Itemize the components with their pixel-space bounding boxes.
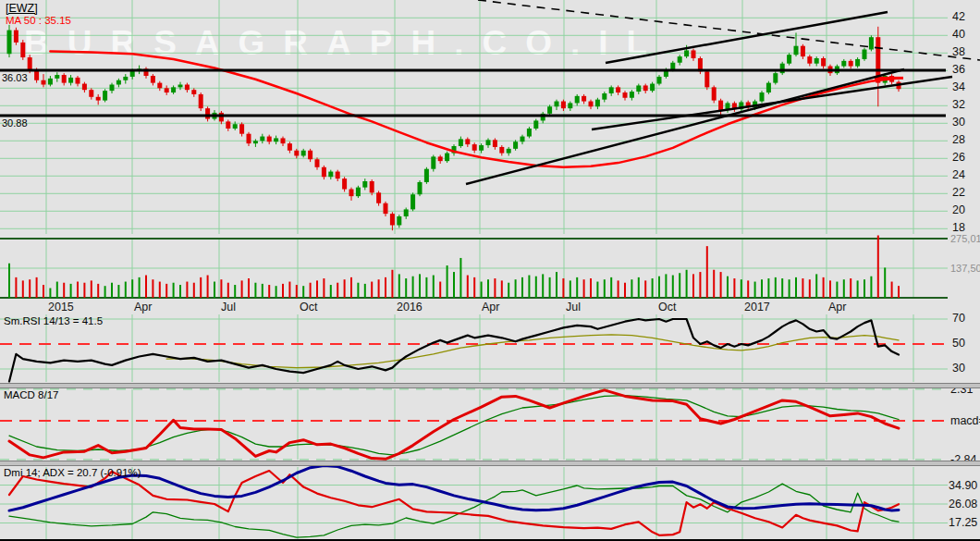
volume-bar (542, 274, 544, 298)
volume-bar (857, 280, 859, 298)
trendline-support-long (466, 69, 904, 184)
volume-bar (508, 283, 509, 298)
volume-bar (15, 277, 17, 298)
candle-body (328, 172, 333, 178)
candle-body (349, 190, 354, 197)
volume-bar (378, 279, 380, 298)
candle-body (568, 103, 572, 108)
candle-body (486, 140, 491, 145)
volume-bar (870, 277, 872, 298)
volume-bar (49, 289, 51, 298)
volume-bar (104, 286, 106, 298)
volume-bar (214, 282, 215, 298)
candle-body (267, 137, 272, 142)
candle-body (561, 102, 566, 109)
candle-body (418, 182, 423, 194)
volume-bar (330, 285, 332, 298)
volume-bar (459, 258, 461, 298)
volume-bar (22, 280, 24, 298)
candle-body (513, 141, 518, 149)
volume-bar (481, 282, 483, 298)
volume-bar (419, 274, 421, 298)
candle-body (116, 80, 121, 85)
candle-body (89, 90, 93, 97)
pane-separator[interactable] (0, 461, 980, 466)
candle-body (308, 151, 312, 160)
volume-bar (323, 278, 325, 298)
volume-bar (398, 274, 400, 298)
candle-body (362, 181, 367, 188)
volume-bar (200, 277, 202, 298)
volume-bar (618, 280, 619, 298)
volume-bar (590, 278, 592, 298)
rsi-pane-label: Sm.RSI 14/13 = 41.5 (4, 315, 103, 326)
volume-bar (515, 279, 517, 298)
symbol-label[interactable]: [EWZ] (6, 2, 38, 15)
volume-bar (487, 279, 489, 298)
candle-body (472, 144, 477, 151)
candle-body (55, 75, 59, 79)
volume-bar (829, 280, 831, 298)
candle-body (760, 92, 765, 102)
candle-body (521, 137, 525, 142)
volume-bar (850, 278, 851, 298)
volume-bar (583, 279, 585, 298)
volume-bar (644, 280, 646, 298)
volume-bar (405, 278, 407, 298)
volume-bar (809, 279, 811, 298)
volume-bar (316, 280, 318, 298)
volume-bar (699, 272, 701, 298)
volume-bar (501, 280, 503, 298)
candle-body (42, 80, 46, 85)
candle-body (376, 192, 381, 203)
candle-body (151, 76, 155, 83)
volume-bar (658, 277, 660, 298)
candle-body (869, 37, 874, 49)
candle-body (239, 124, 244, 133)
candle-body (191, 90, 196, 94)
macd-signal-line (9, 396, 899, 455)
candle-body (863, 50, 867, 59)
candle-body (815, 58, 819, 64)
candle-body (226, 121, 230, 129)
candle-body (527, 129, 532, 137)
volume-bar (652, 278, 654, 298)
volume-bar (254, 283, 256, 298)
volume-bar (77, 282, 79, 298)
volume-bar (425, 277, 427, 298)
candle-body (274, 138, 278, 141)
volume-bar (433, 276, 435, 298)
volume-bar (528, 276, 530, 298)
volume-bar (761, 279, 763, 298)
candle-body (288, 143, 292, 151)
candle-body (14, 31, 18, 43)
pane-separator[interactable] (0, 383, 980, 388)
candle-body (589, 102, 594, 107)
candle-body (322, 167, 326, 177)
candle-body (692, 50, 696, 58)
volume-bar (884, 267, 886, 298)
volume-bar (624, 283, 626, 298)
volume-bar (385, 277, 386, 298)
candle-body (20, 43, 25, 57)
candle-body (849, 61, 853, 67)
candle-body (773, 73, 778, 82)
candle-body (7, 31, 12, 55)
candle-body (342, 178, 347, 189)
candle-body (616, 87, 620, 92)
candle-body (185, 85, 190, 91)
candle-body (219, 113, 224, 121)
volume-bar (117, 285, 119, 298)
volume-bar (679, 273, 680, 298)
volume-bar (733, 278, 735, 298)
volume-bar (686, 270, 688, 298)
dmi-plus-line (9, 471, 899, 535)
rsi-line (9, 319, 899, 382)
candle-body (445, 154, 449, 162)
candle-body (841, 61, 846, 67)
volume-bar (173, 283, 175, 298)
support-resistance-label-upper: 36.03 (2, 72, 28, 83)
candle-body (410, 194, 415, 209)
volume-bar (891, 282, 893, 298)
volume-bar (795, 277, 797, 298)
